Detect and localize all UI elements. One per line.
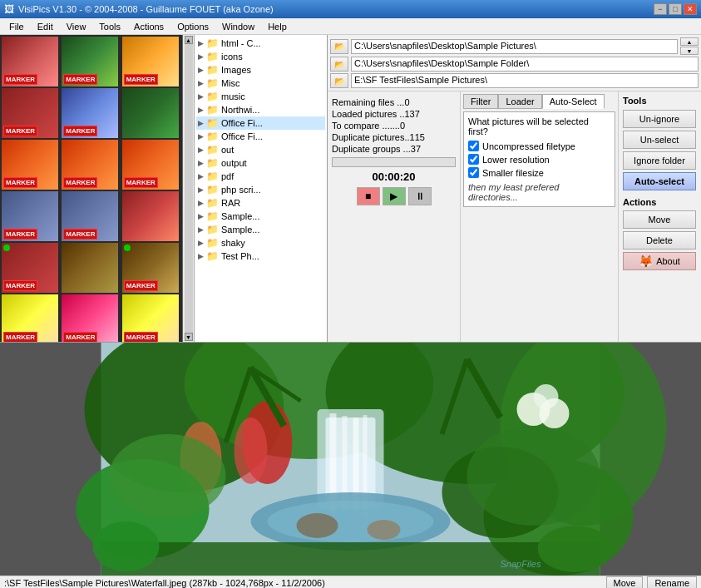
folder-item[interactable]: ▶📁Misc <box>196 77 325 90</box>
folder-item[interactable]: ▶📁RAR <box>196 196 325 210</box>
arrow-icon: ▶ <box>198 119 204 127</box>
folder-item[interactable]: ▶📁Northwi... <box>196 103 325 116</box>
unignore-button[interactable]: Un-ignore <box>623 110 696 128</box>
app-title: VisiPics V1.30 - © 2004-2008 - Guillaume… <box>18 4 274 14</box>
folder-item[interactable]: ▶📁Sample... <box>196 210 325 223</box>
thumbnail-vscroll[interactable]: ▲ ▼ <box>183 35 195 342</box>
path-add-button[interactable]: 📂 <box>330 39 348 54</box>
folder-item-office1[interactable]: ▶📁Office Fi... <box>196 116 325 130</box>
play-button[interactable]: ▶ <box>383 187 406 205</box>
minimize-button[interactable]: − <box>654 3 667 15</box>
menu-help[interactable]: Help <box>261 20 294 33</box>
thumb-item[interactable]: MARKER <box>122 243 180 293</box>
thumb-item[interactable]: MARKER <box>122 140 180 190</box>
thumb-item[interactable]: MARKER <box>62 37 120 86</box>
thumb-item[interactable]: MARKER <box>2 140 60 190</box>
path-add-button-2[interactable]: 📂 <box>330 57 348 72</box>
scroll-down-btn[interactable]: ▼ <box>185 333 193 341</box>
stats-panel: Remaining files ...0 Loaded pictures ..1… <box>328 91 461 342</box>
tab-content-auto-select: What pictures will be selected first? Un… <box>463 111 615 207</box>
arrow-icon: ▶ <box>198 92 204 101</box>
arrow-icon: ▶ <box>198 52 204 61</box>
arrow-icon: ▶ <box>198 185 204 194</box>
thumb-item[interactable]: MARKER <box>62 294 120 342</box>
folder-item[interactable]: ▶📁Sample... <box>196 223 325 236</box>
marker-label: MARKER <box>3 280 37 291</box>
arrow-icon: ▶ <box>198 159 204 167</box>
path-up-button[interactable]: ▲ <box>680 37 699 46</box>
menu-window[interactable]: Window <box>215 20 261 33</box>
folder-item-office2[interactable]: ▶📁Office Fi... <box>196 130 325 143</box>
delete-button[interactable]: Delete <box>623 231 696 250</box>
top-area: MARKER MARKER MARKER MARKER MARKER MARKE… <box>0 35 701 343</box>
menu-options[interactable]: Options <box>170 20 215 33</box>
tab-loader[interactable]: Loader <box>498 94 541 109</box>
checkbox-uncompressed[interactable] <box>468 141 479 151</box>
thumb-item[interactable]: MARKER <box>2 88 60 138</box>
maximize-button[interactable]: □ <box>669 3 682 15</box>
folder-item[interactable]: ▶📁php scri... <box>196 183 325 196</box>
marker-label: MARKER <box>124 280 158 291</box>
checkbox-smaller-file[interactable] <box>468 167 479 178</box>
folder-item[interactable]: ▶📁shaky <box>196 236 325 250</box>
stat-duplicates: Duplicate pictures..115 <box>332 132 456 142</box>
thumb-item[interactable]: MARKER <box>62 140 120 190</box>
thumbnail-panel[interactable]: MARKER MARKER MARKER MARKER MARKER MARKE… <box>0 35 183 342</box>
about-button[interactable]: 🦊 About <box>623 252 696 270</box>
thumb-item[interactable]: MARKER <box>2 37 60 86</box>
path-down-button[interactable]: ▼ <box>680 47 699 55</box>
thumb-item[interactable] <box>122 88 180 138</box>
thumb-item[interactable] <box>62 243 120 293</box>
path-add-button-3[interactable]: 📂 <box>330 73 348 88</box>
close-button[interactable]: ✕ <box>684 3 697 15</box>
image-preview-area: SnapFiles <box>0 343 701 576</box>
marker-label: MARKER <box>63 229 97 240</box>
marker-label: MARKER <box>124 74 158 85</box>
thumb-item[interactable] <box>122 191 180 241</box>
folder-item[interactable]: ▶📁Test Ph... <box>196 250 325 263</box>
menu-view[interactable]: View <box>60 20 93 33</box>
move-button[interactable]: Move <box>623 210 696 229</box>
app-icon: 🖼 <box>4 3 14 15</box>
tab-auto-select[interactable]: Auto-Select <box>542 94 605 109</box>
thumb-item[interactable]: MARKER <box>62 88 120 138</box>
folder-item[interactable]: ▶📁icons <box>196 50 325 63</box>
folder-item[interactable]: ▶📁html - C... <box>196 37 325 50</box>
file-info: :\SF TestFiles\Sample Pictures\Waterfall… <box>4 578 606 588</box>
menu-actions[interactable]: Actions <box>127 20 170 33</box>
folder-item[interactable]: ▶📁Images <box>196 63 325 77</box>
thumb-item[interactable]: MARKER <box>2 191 60 241</box>
folder-item[interactable]: ▶📁output <box>196 156 325 170</box>
rename-status-button[interactable]: Rename <box>647 576 697 588</box>
path-side-buttons: ▲ ▼ <box>680 37 699 55</box>
thumb-item[interactable]: MARKER <box>122 37 180 86</box>
thumb-item[interactable]: MARKER <box>2 243 60 293</box>
menu-tools[interactable]: Tools <box>92 20 127 33</box>
folder-icon: 📁 <box>206 184 219 195</box>
folder-icon: 📁 <box>206 250 219 262</box>
ignore-folder-button[interactable]: Ignore folder <box>623 151 696 170</box>
menu-file[interactable]: File <box>2 20 31 33</box>
folder-icon: 📁 <box>206 51 219 62</box>
thumb-item[interactable]: MARKER <box>2 294 60 342</box>
svg-point-32 <box>93 521 160 571</box>
folder-item[interactable]: ▶📁pdf <box>196 170 325 183</box>
pause-button[interactable]: ⏸ <box>408 187 432 205</box>
scroll-up-btn[interactable]: ▲ <box>185 36 193 44</box>
stop-button[interactable]: ■ <box>357 187 380 205</box>
folder-item[interactable]: ▶📁music <box>196 90 325 103</box>
folder-item[interactable]: ▶📁out <box>196 143 325 156</box>
path-display-2: C:\Users\snapfiles\Desktop\Sample Folder… <box>351 57 699 72</box>
path-row-2: 📂 C:\Users\snapfiles\Desktop\Sample Fold… <box>330 57 699 72</box>
checkbox-lower-res[interactable] <box>468 154 479 165</box>
auto-select-button[interactable]: Auto-select <box>623 172 696 190</box>
thumb-item[interactable]: MARKER <box>62 191 120 241</box>
folder-panel[interactable]: ▶📁html - C... ▶📁icons ▶📁Images ▶📁Misc ▶📁… <box>195 35 328 342</box>
folder-label: pdf <box>221 171 234 181</box>
arrow-icon: ▶ <box>198 252 204 260</box>
tab-filter[interactable]: Filter <box>463 94 498 109</box>
move-status-button[interactable]: Move <box>606 576 644 588</box>
menu-edit[interactable]: Edit <box>31 20 60 33</box>
unselect-button[interactable]: Un-select <box>623 131 696 149</box>
thumb-item[interactable]: MARKER <box>122 294 180 342</box>
